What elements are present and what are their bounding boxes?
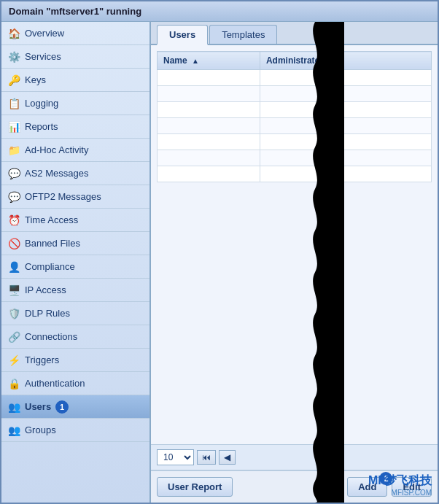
overview-icon: 🏠 xyxy=(7,27,20,40)
reports-icon: 📊 xyxy=(7,120,20,133)
users-icon: 👥 xyxy=(7,400,20,414)
sidebar: 🏠Overview⚙️Services🔑Keys📋Logging📊Reports… xyxy=(1,22,151,503)
sidebar-label-dlprules: DLP Rules xyxy=(25,308,70,319)
table-row xyxy=(158,118,432,134)
table-body xyxy=(158,70,432,182)
sidebar-label-logging: Logging xyxy=(25,98,58,109)
authentication-icon: 🔒 xyxy=(7,377,20,390)
bannedfiles-icon: 🚫 xyxy=(7,237,20,250)
adhoc-icon: 📁 xyxy=(7,144,20,157)
edit-button[interactable]: Edit xyxy=(392,477,432,497)
sort-arrow-name: ▲ xyxy=(192,57,199,65)
table-row xyxy=(158,150,432,166)
sidebar-item-adhoc[interactable]: 📁Ad-Hoc Activity xyxy=(1,139,149,162)
first-page-button[interactable]: ⏮ xyxy=(197,450,216,465)
table-row xyxy=(158,70,432,86)
sidebar-item-logging[interactable]: 📋Logging xyxy=(1,92,149,115)
sidebar-item-triggers[interactable]: ⚡Triggers xyxy=(1,349,149,372)
keys-icon: 🔑 xyxy=(7,74,20,87)
sidebar-item-timeaccess[interactable]: ⏰Time Access xyxy=(1,209,149,232)
sidebar-item-groups[interactable]: 👥Groups xyxy=(1,419,149,442)
compliance-icon: 👤 xyxy=(7,260,20,274)
add-button[interactable]: Add 2 xyxy=(347,477,387,497)
table-row xyxy=(158,102,432,118)
sidebar-item-as2[interactable]: 💬AS2 Messages xyxy=(1,162,149,185)
table-row xyxy=(158,134,432,150)
sidebar-label-timeaccess: Time Access xyxy=(25,214,78,225)
sidebar-item-users[interactable]: 👥Users1 xyxy=(1,395,149,419)
sidebar-badge-users: 1 xyxy=(55,400,69,414)
page-size-select[interactable]: 102550100 xyxy=(157,449,194,465)
sidebar-item-connections[interactable]: 🔗Connections xyxy=(1,325,149,349)
sidebar-label-services: Services xyxy=(25,51,61,62)
sidebar-label-groups: Groups xyxy=(25,424,56,435)
sidebar-item-reports[interactable]: 📊Reports xyxy=(1,115,149,139)
main-window: Domain "mftserver1" running 🏠Overview⚙️S… xyxy=(0,0,439,504)
sidebar-item-services[interactable]: ⚙️Services xyxy=(1,45,149,69)
sidebar-item-dlprules[interactable]: 🛡️DLP Rules xyxy=(1,302,149,325)
add-badge: 2 xyxy=(379,472,392,485)
action-bar: User Report Add 2 Edit xyxy=(151,470,438,503)
table-row xyxy=(158,166,432,182)
sidebar-label-authentication: Authentication xyxy=(25,378,85,389)
tab-bar: UsersTemplates xyxy=(151,22,438,45)
timeaccess-icon: ⏰ xyxy=(7,214,20,227)
dlprules-icon: 🛡️ xyxy=(7,307,20,320)
content-area: UsersTemplates Name ▲Administrator ⇕ xyxy=(151,22,438,503)
sidebar-label-triggers: Triggers xyxy=(25,354,59,365)
connections-icon: 🔗 xyxy=(7,330,20,344)
sidebar-item-keys[interactable]: 🔑Keys xyxy=(1,69,149,92)
column-header-administrator[interactable]: Administrator ⇕ xyxy=(260,52,431,70)
sidebar-label-ipaccess: IP Access xyxy=(25,284,66,295)
services-icon: ⚙️ xyxy=(7,50,20,63)
triggers-icon: ⚡ xyxy=(7,354,20,367)
column-header-name[interactable]: Name ▲ xyxy=(158,52,260,70)
sidebar-item-ipaccess[interactable]: 🖥️IP Access xyxy=(1,279,149,302)
sidebar-item-bannedfiles[interactable]: 🚫Banned Files xyxy=(1,232,149,255)
sidebar-label-adhoc: Ad-Hoc Activity xyxy=(25,144,88,155)
sidebar-label-compliance: Compliance xyxy=(25,261,75,272)
sidebar-label-overview: Overview xyxy=(25,28,64,39)
sidebar-label-oftp2: OFTP2 Messages xyxy=(25,191,101,202)
sidebar-label-as2: AS2 Messages xyxy=(25,168,88,179)
tab-users[interactable]: Users xyxy=(157,25,208,45)
sidebar-label-connections: Connections xyxy=(25,331,77,342)
sidebar-label-keys: Keys xyxy=(25,74,46,85)
main-layout: 🏠Overview⚙️Services🔑Keys📋Logging📊Reports… xyxy=(1,22,438,503)
users-table: Name ▲Administrator ⇕ xyxy=(157,51,432,182)
window-title: Domain "mftserver1" running xyxy=(9,6,141,17)
sidebar-item-compliance[interactable]: 👤Compliance xyxy=(1,255,149,279)
table-row xyxy=(158,86,432,102)
as2-icon: 💬 xyxy=(7,167,20,180)
sidebar-label-bannedfiles: Banned Files xyxy=(25,238,80,249)
oftp2-icon: 💬 xyxy=(7,190,20,203)
tab-templates[interactable]: Templates xyxy=(209,25,277,44)
table-header-row: Name ▲Administrator ⇕ xyxy=(158,52,432,70)
sidebar-label-users: Users xyxy=(25,401,51,412)
user-report-button[interactable]: User Report xyxy=(157,477,233,497)
sort-arrow-administrator: ⇕ xyxy=(328,57,334,65)
groups-icon: 👥 xyxy=(7,424,20,437)
prev-page-button[interactable]: ◀ xyxy=(219,450,236,465)
sidebar-label-reports: Reports xyxy=(25,121,58,132)
sidebar-item-overview[interactable]: 🏠Overview xyxy=(1,22,149,45)
pagination-bar: 102550100 ⏮ ◀ xyxy=(151,444,438,470)
sidebar-item-authentication[interactable]: 🔒Authentication xyxy=(1,372,149,395)
sidebar-item-oftp2[interactable]: 💬OFTP2 Messages xyxy=(1,185,149,209)
table-area: Name ▲Administrator ⇕ xyxy=(151,45,438,444)
logging-icon: 📋 xyxy=(7,97,20,110)
ipaccess-icon: 🖥️ xyxy=(7,284,20,297)
title-bar: Domain "mftserver1" running xyxy=(1,1,438,22)
table-header: Name ▲Administrator ⇕ xyxy=(158,52,432,70)
